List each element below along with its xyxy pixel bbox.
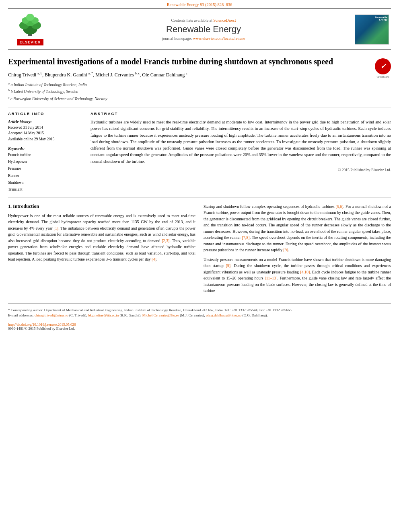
email-gandhi[interactable]: bkgmefine@iitr.ac.in xyxy=(88,313,119,317)
authors-line: Chirag Trivedi a, b, Bhupendra K. Gandhi… xyxy=(8,72,391,78)
doi-link[interactable]: http://dx.doi.org/10.1016/j.renene.2015.… xyxy=(8,322,76,327)
crossmark-container: ✓ CrossMark xyxy=(375,58,391,78)
ref-9b-link[interactable]: [9] xyxy=(226,263,230,268)
homepage-link[interactable]: www.elsevier.com/locate/renene xyxy=(193,36,245,41)
article-info-box: Article history: Received 31 July 2014 A… xyxy=(8,119,82,193)
email-dahlhaug[interactable]: ole.g.dahlhaug@ntnu.no xyxy=(206,313,242,317)
journal-cover-image: RenewableEnergy xyxy=(355,14,389,45)
accepted-date: Accepted 14 May 2015 xyxy=(8,130,82,136)
section-number: 1. xyxy=(8,203,12,209)
crossmark-label: CrossMark xyxy=(375,75,391,78)
email-cervantes[interactable]: Michel.Cervantes@ltu.se xyxy=(142,313,179,317)
keyword-1: Francis turbine xyxy=(8,152,82,158)
affiliation-a: a a Indian Institute of Technology Roork… xyxy=(8,81,391,88)
homepage-url-text: www.elsevier.com/locate/renene xyxy=(193,36,245,41)
keywords-label: Keywords: xyxy=(8,146,82,152)
sciencedirect-text: ScienceDirect xyxy=(213,18,236,23)
copyright-line: © 2015 Published by Elsevier Ltd. xyxy=(90,168,391,172)
contents-text: Contents lists available at xyxy=(171,18,212,23)
article-info-label: ARTICLE INFO xyxy=(8,111,82,116)
abstract-text: Hydraulic turbines are widely used to me… xyxy=(90,119,391,165)
keyword-2: Hydropower xyxy=(8,158,82,165)
sciencedirect-link[interactable]: ScienceDirect xyxy=(213,18,236,23)
keywords-group: Keywords: Francis turbine Hydropower Pre… xyxy=(8,146,82,193)
issn-line: 0960-1481/© 2015 Published by Elsevier L… xyxy=(8,327,391,331)
intro-paragraph-3: Unsteady pressure measurements on a mode… xyxy=(204,257,391,294)
intro-heading: 1. Introduction xyxy=(8,203,195,210)
journal-ref-text: Renewable Energy 83 (2015) 828–836 xyxy=(167,2,232,7)
keywords-list: Francis turbine Hydropower Pressure Runn… xyxy=(8,152,82,193)
ref-1-link[interactable]: [1] xyxy=(53,226,58,230)
info-abstract-columns: ARTICLE INFO Article history: Received 3… xyxy=(8,111,391,197)
svg-point-7 xyxy=(26,14,34,21)
journal-homepage: journal homepage: www.elsevier.com/locat… xyxy=(56,36,351,41)
ref-9-link[interactable]: [9] xyxy=(284,248,288,252)
ref-4-10-link[interactable]: [4,10] xyxy=(300,270,310,274)
article-history: Article history: Received 31 July 2014 A… xyxy=(8,119,82,142)
email-line: E-mail addresses: chirag.trivedi@ntnu.no… xyxy=(8,313,391,318)
crossmark-badge: ✓ xyxy=(375,58,391,74)
intro-paragraph-2: Startup and shutdown follow complex oper… xyxy=(204,203,391,253)
elsevier-tree-logo xyxy=(14,13,46,37)
article-info-column: ARTICLE INFO Article history: Received 3… xyxy=(8,111,82,197)
elsevier-wordmark: ELSEVIER xyxy=(17,39,44,45)
elsevier-logo-section: ELSEVIER xyxy=(8,13,52,45)
section-title: Introduction xyxy=(13,203,39,209)
contents-line: Contents lists available at ScienceDirec… xyxy=(56,18,351,23)
journal-header-center: Contents lists available at ScienceDirec… xyxy=(56,18,351,41)
article-main: ✓ CrossMark Experimental investigations … xyxy=(8,50,391,197)
header-divider xyxy=(8,107,391,107)
body-left-column: 1. Introduction Hydropower is one of the… xyxy=(8,203,195,297)
history-label: Article history: xyxy=(8,119,82,125)
footnotes: * Corresponding author. Department of Me… xyxy=(8,303,391,320)
body-two-col: 1. Introduction Hydropower is one of the… xyxy=(8,203,391,297)
article-title: Experimental investigations of a model F… xyxy=(8,56,391,67)
corresponding-author-note: * Corresponding author. Department of Me… xyxy=(8,308,391,313)
abstract-column: ABSTRACT Hydraulic turbines are widely u… xyxy=(90,111,391,197)
body-section: 1. Introduction Hydropower is one of the… xyxy=(8,197,391,303)
body-right-column: Startup and shutdown follow complex oper… xyxy=(204,203,391,297)
ref-11-13-link[interactable]: [11–13] xyxy=(265,276,277,280)
email-label: E-mail addresses: xyxy=(8,313,34,317)
ref-2-3-link[interactable]: [2,3] xyxy=(162,238,169,243)
available-date: Available online 29 May 2015 xyxy=(8,136,82,142)
abstract-label: ABSTRACT xyxy=(90,111,391,116)
intro-paragraph-1: Hydropower is one of the most reliable s… xyxy=(8,213,195,263)
email-trivedi[interactable]: chirag.trivedi@ntnu.no xyxy=(35,313,68,317)
ref-7-8-link[interactable]: [7,8] xyxy=(242,235,249,240)
keyword-3: Pressure xyxy=(8,165,82,172)
journal-header: ELSEVIER Contents lists available at Sci… xyxy=(8,8,391,50)
keyword-6: Transient xyxy=(8,186,82,193)
keyword-5: Shutdown xyxy=(8,179,82,186)
cover-title: RenewableEnergy xyxy=(375,16,387,21)
journal-reference: Renewable Energy 83 (2015) 828–836 xyxy=(0,0,399,8)
received-date: Received 31 July 2014 xyxy=(8,125,82,130)
affiliations: a a Indian Institute of Technology Roork… xyxy=(8,81,391,102)
crossmark-symbol: ✓ xyxy=(380,62,386,71)
affiliation-c: c c Norwegian University of Science and … xyxy=(8,95,391,102)
ref-5-6-link[interactable]: [5,6] xyxy=(336,204,343,209)
affiliation-b: b b Luleå University of Technology, Swed… xyxy=(8,88,391,95)
homepage-label: journal homepage: xyxy=(162,36,192,41)
doi-section: http://dx.doi.org/10.1016/j.renene.2015.… xyxy=(8,320,391,333)
journal-cover-section: RenewableEnergy xyxy=(355,14,391,45)
keyword-4: Runner xyxy=(8,173,82,179)
journal-title: Renewable Energy xyxy=(56,24,351,35)
ref-4-link[interactable]: [4] xyxy=(152,257,156,261)
